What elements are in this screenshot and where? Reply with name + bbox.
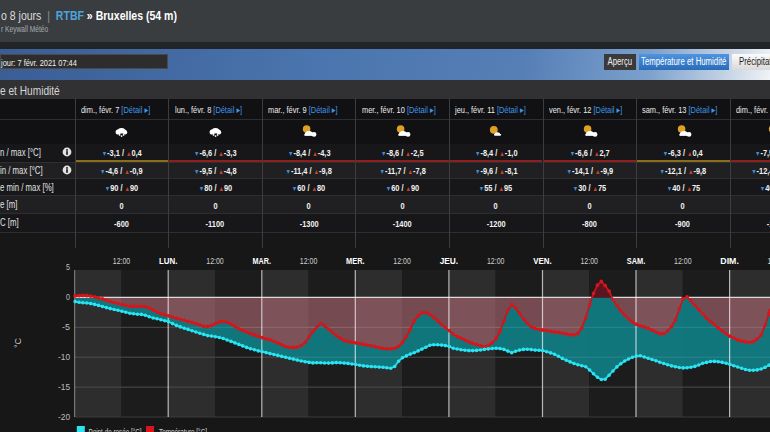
svg-text:DIM.: DIM. <box>720 256 739 266</box>
svg-text:JEU.: JEU. <box>440 256 459 266</box>
svg-text:Température [°C]: Température [°C] <box>159 427 207 432</box>
svg-text:12:00: 12:00 <box>580 256 598 266</box>
svg-text:°C: °C <box>13 337 23 348</box>
svg-text:SAM.: SAM. <box>627 256 646 266</box>
svg-text:12:00: 12:00 <box>300 256 318 266</box>
svg-text:12:00: 12:00 <box>674 256 692 266</box>
svg-text:12:00: 12:00 <box>393 256 411 266</box>
svg-text:-5: -5 <box>62 322 70 332</box>
svg-text:VEN.: VEN. <box>533 256 552 266</box>
svg-text:5: 5 <box>66 262 70 272</box>
svg-text:MAR.: MAR. <box>253 256 272 266</box>
svg-text:-20: -20 <box>58 412 70 422</box>
svg-text:LUN.: LUN. <box>159 256 178 266</box>
svg-text:0: 0 <box>66 292 70 302</box>
svg-text:12:00: 12:00 <box>487 256 505 266</box>
svg-text:12:00: 12:00 <box>206 256 224 266</box>
svg-text:MER.: MER. <box>346 256 365 266</box>
svg-text:Point de rosée [°C]: Point de rosée [°C] <box>89 427 142 432</box>
svg-text:12:00: 12:00 <box>113 256 131 266</box>
svg-text:-15: -15 <box>58 382 70 392</box>
svg-text:-10: -10 <box>58 352 70 362</box>
